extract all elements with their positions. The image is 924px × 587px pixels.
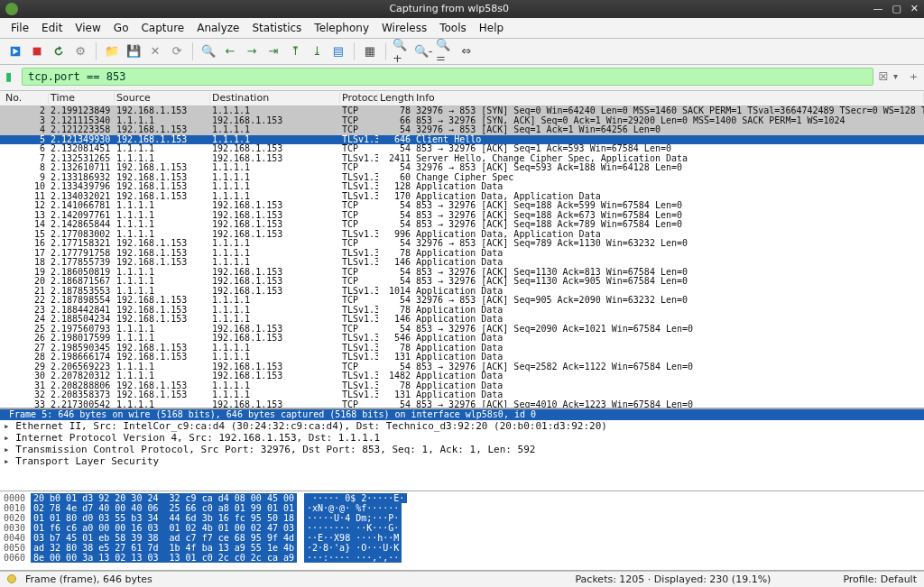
hex-line[interactable]: 003001 f6 c6 a0 00 00 16 03 01 02 4b 01 … — [4, 523, 920, 533]
col-time[interactable]: Time — [49, 93, 115, 105]
col-info[interactable]: Info — [414, 93, 924, 105]
menu-analyze[interactable]: Analyze — [191, 20, 245, 36]
col-protocol[interactable]: Protocol — [340, 93, 378, 105]
packet-row[interactable]: 222.187898554192.168.1.1531.1.1.1TCP5432… — [0, 296, 924, 306]
go-to-packet-icon[interactable]: ⇥ — [263, 41, 283, 61]
close-button[interactable]: ✕ — [910, 3, 919, 14]
zoom-reset-icon[interactable]: 🔍= — [435, 41, 455, 61]
resize-columns-icon[interactable]: ⇔ — [457, 41, 476, 61]
menu-help[interactable]: Help — [474, 20, 509, 36]
packet-row[interactable]: 322.208358373192.168.1.1531.1.1.1TLSv1.3… — [0, 390, 924, 400]
capture-options-icon[interactable]: ⚙ — [70, 41, 90, 61]
tree-ethernet[interactable]: Ethernet II, Src: IntelCor_c9:ca:d4 (30:… — [0, 420, 924, 432]
col-no[interactable]: No. — [4, 93, 49, 105]
tree-tls[interactable]: Transport Layer Security — [0, 455, 924, 467]
packet-list[interactable]: No. Time Source Destination Protocol Len… — [0, 91, 924, 408]
packet-row[interactable]: 22.199123849192.168.1.1531.1.1.1TCP78329… — [0, 106, 924, 116]
menu-view[interactable]: View — [69, 20, 106, 36]
status-profile[interactable]: Profile: Default — [843, 573, 917, 585]
tree-ipv4[interactable]: Internet Protocol Version 4, Src: 192.16… — [0, 432, 924, 444]
go-last-icon[interactable]: ⤓ — [307, 41, 327, 61]
hex-line[interactable]: 004003 b7 45 01 eb 58 39 38 ad c7 f7 ce … — [4, 533, 920, 543]
colorize-icon[interactable]: ▦ — [360, 41, 380, 61]
packet-row[interactable]: 172.177791758192.168.1.1531.1.1.1TLSv1.3… — [0, 249, 924, 259]
packet-row[interactable]: 252.1975607931.1.1.1192.168.1.153TCP5485… — [0, 325, 924, 335]
hex-line[interactable]: 001002 78 4e d7 40 00 40 06 25 66 c0 a8 … — [4, 503, 920, 513]
packet-row[interactable]: 72.1325312651.1.1.1192.168.1.153TLSv1.32… — [0, 154, 924, 164]
menu-telephony[interactable]: Telephony — [309, 20, 374, 36]
packet-row[interactable]: 42.121223358192.168.1.1531.1.1.1TCP54329… — [0, 125, 924, 135]
hex-line[interactable]: 0050ad 32 80 38 e5 27 61 7d 1b 4f ba 13 … — [4, 543, 920, 553]
window-titlebar: Capturing from wlp58s0 — ▢ ✕ — [0, 0, 924, 18]
packet-row[interactable]: 92.133186932192.168.1.1531.1.1.1TLSv1.36… — [0, 173, 924, 183]
status-packets: Packets: 1205 · Displayed: 230 (19.1%) — [575, 573, 771, 585]
add-filter-button-icon[interactable]: ＋ — [908, 69, 919, 85]
open-file-icon[interactable]: 📁 — [102, 41, 122, 61]
tree-frame-summary[interactable]: Frame 5: 646 bytes on wire (5168 bits), … — [0, 409, 924, 420]
packet-list-header[interactable]: No. Time Source Destination Protocol Len… — [0, 91, 924, 107]
packet-row[interactable]: 282.198666174192.168.1.1531.1.1.1TLSv1.3… — [0, 353, 924, 362]
packet-row[interactable]: 52.121349930192.168.1.1531.1.1.1TLSv1.36… — [0, 135, 924, 145]
packet-row[interactable]: 132.1420977611.1.1.1192.168.1.153TCP5485… — [0, 211, 924, 221]
packet-details-tree[interactable]: Frame 5: 646 bytes on wire (5168 bits), … — [0, 408, 924, 491]
packet-row[interactable]: 272.198590345192.168.1.1531.1.1.1TLSv1.3… — [0, 344, 924, 353]
zoom-out-icon[interactable]: 🔍- — [413, 41, 433, 61]
packet-row[interactable]: 182.177855739192.168.1.1531.1.1.1TLSv1.3… — [0, 258, 924, 268]
menu-tools[interactable]: Tools — [434, 20, 472, 36]
packet-row[interactable]: 122.1410667811.1.1.1192.168.1.153TCP5485… — [0, 201, 924, 211]
menu-bar: File Edit View Go Capture Analyze Statis… — [0, 18, 924, 39]
expert-info-icon[interactable] — [7, 574, 16, 583]
packet-row[interactable]: 152.1770830021.1.1.1192.168.1.153TLSv1.3… — [0, 230, 924, 240]
hex-line[interactable]: 002001 01 80 d0 03 55 b3 34 44 6d 3b 16 … — [4, 513, 920, 523]
menu-edit[interactable]: Edit — [36, 20, 68, 36]
find-packet-icon[interactable]: 🔍 — [199, 41, 218, 61]
tree-tcp[interactable]: Transmission Control Protocol, Src Port:… — [0, 444, 924, 455]
filter-history-icon[interactable]: ▾ — [893, 71, 904, 81]
packet-row[interactable]: 312.208288806192.168.1.1531.1.1.1TLSv1.3… — [0, 381, 924, 391]
menu-capture[interactable]: Capture — [135, 20, 189, 36]
clear-filter-icon[interactable]: ☒ — [877, 70, 890, 83]
packet-bytes-hex[interactable]: 000020 b0 01 d3 92 20 30 24 32 c9 ca d4 … — [0, 491, 924, 571]
go-back-icon[interactable]: ← — [220, 41, 240, 61]
bookmark-filter-icon[interactable]: ▮ — [5, 69, 18, 83]
packet-row[interactable]: 242.188504234192.168.1.1531.1.1.1TLSv1.3… — [0, 315, 924, 325]
packet-row[interactable]: 202.1868715671.1.1.1192.168.1.153TCP5485… — [0, 277, 924, 287]
menu-go[interactable]: Go — [108, 20, 134, 36]
hex-line[interactable]: 000020 b0 01 d3 92 20 30 24 32 c9 ca d4 … — [4, 493, 920, 503]
minimize-button[interactable]: — — [873, 3, 882, 14]
packet-row[interactable]: 142.1428658441.1.1.1192.168.1.153TCP5485… — [0, 220, 924, 230]
packet-row[interactable]: 32.1211153401.1.1.1192.168.1.153TCP66853… — [0, 116, 924, 126]
packet-row[interactable]: 212.1878535531.1.1.1192.168.1.153TLSv1.3… — [0, 287, 924, 297]
go-forward-icon[interactable]: → — [242, 41, 262, 61]
hex-line[interactable]: 00608e 00 00 3a 13 02 13 03 13 01 c0 2c … — [4, 553, 920, 563]
packet-row[interactable]: 102.133439796192.168.1.1531.1.1.1TLSv1.3… — [0, 182, 924, 192]
status-bar: Frame (frame), 646 bytes Packets: 1205 ·… — [0, 571, 924, 587]
packet-row[interactable]: 292.2065692231.1.1.1192.168.1.153TCP5485… — [0, 362, 924, 372]
stop-capture-icon[interactable] — [27, 41, 47, 61]
zoom-in-icon[interactable]: 🔍+ — [392, 41, 411, 61]
reload-icon[interactable]: ⟳ — [167, 41, 187, 61]
packet-row[interactable]: 262.1980175991.1.1.1192.168.1.153TLSv1.3… — [0, 334, 924, 344]
autoscroll-icon[interactable]: ▤ — [328, 41, 348, 61]
restart-capture-icon[interactable] — [49, 41, 69, 61]
packet-row[interactable]: 112.134032021192.168.1.1531.1.1.1TLSv1.3… — [0, 192, 924, 202]
close-file-icon[interactable]: ✕ — [145, 41, 165, 61]
col-destination[interactable]: Destination — [210, 93, 340, 105]
menu-statistics[interactable]: Statistics — [246, 20, 307, 36]
maximize-button[interactable]: ▢ — [892, 3, 901, 14]
packet-row[interactable]: 162.177158321192.168.1.1531.1.1.1TCP5432… — [0, 239, 924, 249]
menu-wireless[interactable]: Wireless — [376, 20, 432, 36]
display-filter-input[interactable] — [22, 68, 873, 86]
save-file-icon[interactable]: 💾 — [124, 41, 143, 61]
packet-row[interactable]: 232.188442841192.168.1.1531.1.1.1TLSv1.3… — [0, 306, 924, 316]
col-length[interactable]: Length — [378, 93, 414, 105]
packet-row[interactable]: 82.132610711192.168.1.1531.1.1.1TCP54329… — [0, 163, 924, 173]
start-capture-icon[interactable] — [5, 41, 25, 61]
packet-row[interactable]: 192.1860508191.1.1.1192.168.1.153TCP5485… — [0, 268, 924, 278]
packet-row[interactable]: 332.2173005421.1.1.1192.168.1.153TCP5485… — [0, 400, 924, 408]
packet-row[interactable]: 62.1320814511.1.1.1192.168.1.153TCP54853… — [0, 144, 924, 154]
packet-row[interactable]: 302.2078203121.1.1.1192.168.1.153TLSv1.3… — [0, 371, 924, 381]
menu-file[interactable]: File — [5, 20, 34, 36]
go-first-icon[interactable]: ⤒ — [285, 41, 305, 61]
col-source[interactable]: Source — [115, 93, 210, 105]
